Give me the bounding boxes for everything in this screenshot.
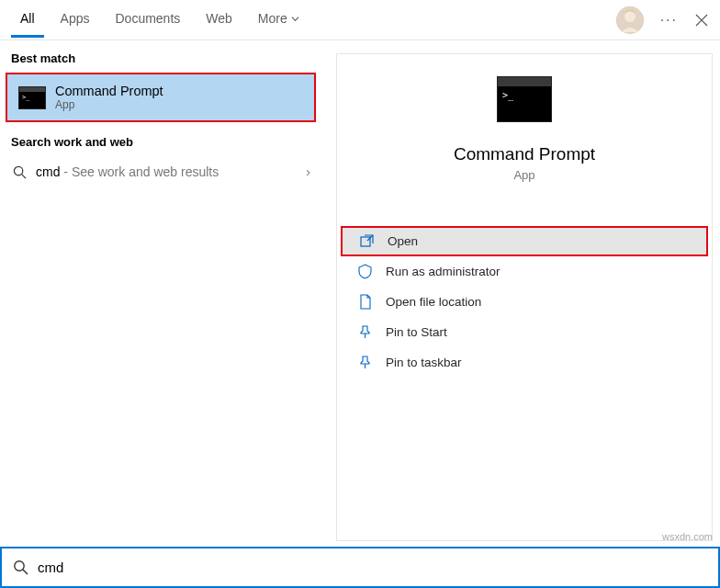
search-icon — [13, 560, 28, 575]
action-pin-taskbar-label: Pin to taskbar — [386, 356, 462, 369]
svg-point-1 — [624, 11, 636, 22]
preview-column: Command Prompt App Open Run as administr… — [323, 40, 720, 541]
action-open-label: Open — [388, 234, 418, 248]
tab-more-label: More — [258, 11, 287, 26]
tab-more[interactable]: More — [249, 2, 309, 38]
web-search-term: cmd — [36, 164, 60, 179]
more-options-icon[interactable]: ··· — [660, 12, 678, 28]
preview-title: Command Prompt — [337, 144, 712, 164]
pin-taskbar-icon — [357, 355, 373, 370]
svg-point-2 — [14, 166, 22, 175]
svg-line-3 — [22, 174, 26, 177]
action-open-location[interactable]: Open file location — [337, 287, 712, 317]
tab-all[interactable]: All — [11, 2, 44, 38]
svg-rect-4 — [361, 237, 370, 246]
best-match-header: Best match — [0, 40, 323, 71]
search-input[interactable] — [38, 560, 707, 575]
command-prompt-preview-icon — [497, 76, 552, 122]
action-run-admin-label: Run as administrator — [386, 265, 501, 278]
watermark: wsxdn.com — [662, 531, 713, 542]
preview-panel: Command Prompt App Open Run as administr… — [336, 53, 713, 541]
search-web-header: Search work and web — [0, 124, 323, 154]
chevron-right-icon: › — [306, 164, 310, 179]
pin-start-icon — [357, 324, 373, 340]
result-subtitle: App — [55, 98, 163, 111]
preview-subtitle: App — [337, 168, 712, 182]
result-title: Command Prompt — [55, 84, 163, 98]
actions-list: Open Run as administrator Open file loca… — [337, 226, 712, 378]
tab-documents[interactable]: Documents — [106, 2, 189, 38]
top-bar: All Apps Documents Web More ··· — [0, 0, 720, 40]
svg-line-6 — [23, 570, 28, 574]
best-match-text: Command Prompt App — [55, 84, 163, 111]
command-prompt-icon — [18, 86, 46, 109]
user-avatar[interactable] — [616, 6, 644, 34]
action-pin-start[interactable]: Pin to Start — [337, 317, 712, 347]
search-bar[interactable] — [0, 547, 720, 588]
action-open-location-label: Open file location — [386, 295, 481, 309]
top-right-controls: ··· — [616, 6, 709, 34]
main-area: Best match Command Prompt App Search wor… — [0, 40, 720, 541]
file-location-icon — [357, 294, 373, 310]
action-run-admin[interactable]: Run as administrator — [337, 256, 712, 287]
web-search-text: cmd - See work and web results — [36, 164, 219, 180]
web-search-result[interactable]: cmd - See work and web results › — [0, 154, 323, 189]
chevron-down-icon — [291, 15, 299, 23]
svg-point-5 — [15, 561, 24, 571]
close-icon[interactable] — [694, 13, 709, 28]
preview-icon-wrap — [337, 54, 712, 122]
action-pin-start-label: Pin to Start — [386, 325, 447, 339]
web-search-hint: - See work and web results — [60, 164, 219, 179]
search-icon — [13, 165, 27, 179]
results-column: Best match Command Prompt App Search wor… — [0, 40, 323, 541]
filter-tabs: All Apps Documents Web More — [11, 2, 616, 38]
best-match-result[interactable]: Command Prompt App — [6, 73, 316, 122]
open-icon — [359, 233, 375, 249]
tab-apps[interactable]: Apps — [51, 2, 99, 38]
action-open[interactable]: Open — [341, 226, 708, 256]
action-pin-taskbar[interactable]: Pin to taskbar — [337, 347, 712, 378]
admin-shield-icon — [357, 264, 373, 279]
tab-web[interactable]: Web — [197, 2, 242, 38]
